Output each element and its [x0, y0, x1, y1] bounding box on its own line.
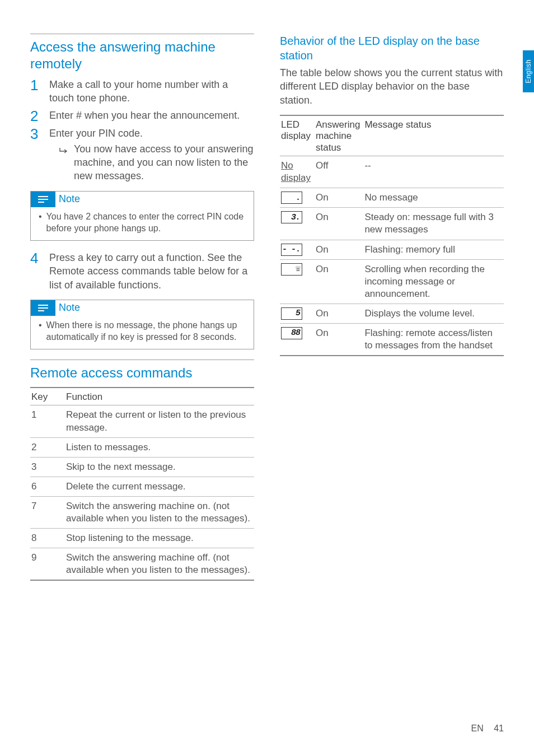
note-title: Note — [59, 302, 80, 314]
col-key: Key — [30, 388, 65, 405]
note-box-2: Note • When there is no message, the pho… — [30, 300, 254, 349]
access-steps-cont: 4 Press a key to carry out a function. S… — [30, 251, 254, 292]
substep: You now have access to your answering ma… — [49, 142, 254, 183]
col-function: Function — [65, 388, 254, 405]
note-header: Note — [31, 300, 254, 316]
cell-message: Displays the volume level. — [363, 304, 504, 323]
cell-message: Flashing: memory full — [363, 240, 504, 259]
cell-led: ☏ — [280, 259, 315, 304]
note-text: When there is no message, the phone hang… — [46, 319, 248, 343]
cell-message: Scrolling when recording the incoming me… — [363, 259, 504, 304]
remote-commands-table: Key Function 1Repeat the current or list… — [30, 387, 254, 581]
t: Enter — [49, 110, 76, 121]
hash-key: # — [76, 110, 82, 121]
cell-led: 88 — [280, 324, 315, 356]
right-column: Behavior of the LED display on the base … — [280, 34, 504, 581]
cell-function: Switch the answering machine off. (not a… — [65, 548, 254, 581]
cell-led: - -. — [280, 240, 315, 259]
step-4: 4 Press a key to carry out a function. S… — [30, 251, 254, 292]
cell-function: Listen to messages. — [65, 437, 254, 457]
col-status: Answering machine status — [315, 115, 363, 156]
cell-status: On — [315, 188, 363, 208]
cell-function: Skip to the next message. — [65, 457, 254, 477]
table-row: 7Switch the answering machine on. (not a… — [30, 496, 254, 528]
led-display-icon: 3. — [281, 211, 302, 223]
cell-key: 9 — [30, 548, 65, 581]
t: when you hear the announcement. — [82, 110, 240, 121]
access-steps: 1 Make a call to your home number with a… — [30, 78, 254, 183]
footer-lang: EN — [471, 724, 484, 733]
cell-function: Stop listening to the message. — [65, 529, 254, 548]
page-footer: EN 41 — [471, 724, 504, 734]
heading-access: Access the answering machine remotely — [30, 34, 254, 72]
table-row: ☏OnScrolling when recording the incoming… — [280, 259, 504, 304]
step-number: 2 — [30, 109, 41, 123]
table-row: - -.OnFlashing: memory full — [280, 240, 504, 259]
footer-page: 41 — [494, 724, 504, 733]
cell-message: Flashing: remote access/listen to messag… — [363, 324, 504, 356]
cell-status: On — [315, 208, 363, 240]
step-3: 3 Enter your PIN code. You now have acce… — [30, 127, 254, 183]
cell-message: -- — [363, 156, 504, 188]
cell-message: Steady on: message full with 3 new messa… — [363, 208, 504, 240]
table-row: 9Switch the answering machine off. (not … — [30, 548, 254, 581]
cell-key: 7 — [30, 496, 65, 528]
cell-status: On — [315, 259, 363, 304]
table-row: 2Listen to messages. — [30, 437, 254, 457]
table-row: 1Repeat the current or listen to the pre… — [30, 405, 254, 437]
result-arrow-icon — [59, 144, 68, 183]
step-2: 2 Enter # when you hear the announcement… — [30, 109, 254, 123]
cell-status: On — [315, 240, 363, 259]
note-header: Note — [31, 192, 254, 207]
table-row: 8Stop listening to the message. — [30, 529, 254, 548]
bullet-icon: • — [39, 319, 42, 343]
step-number: 3 — [30, 127, 41, 183]
table-header-row: LED display Answering machine status Mes… — [280, 115, 504, 156]
cell-key: 2 — [30, 437, 65, 457]
led-display-icon: - -. — [281, 244, 302, 256]
led-display-icon: . — [281, 192, 302, 204]
cell-function: Repeat the current or listen to the prev… — [65, 405, 254, 437]
step-number: 1 — [30, 78, 41, 105]
cell-led: 5 — [280, 304, 315, 323]
cell-status: On — [315, 324, 363, 356]
step-1: 1 Make a call to your home number with a… — [30, 78, 254, 105]
led-table: LED display Answering machine status Mes… — [280, 115, 504, 356]
page-content: Access the answering machine remotely 1 … — [0, 0, 534, 603]
table-header-row: Key Function — [30, 388, 254, 405]
cell-message: No message — [363, 188, 504, 208]
col-led: LED display — [280, 115, 315, 156]
step-body: Enter your PIN code. You now have access… — [49, 127, 254, 183]
substep-text: You now have access to your answering ma… — [74, 142, 254, 183]
cell-led: . — [280, 188, 315, 208]
note-title: Note — [59, 193, 80, 205]
note-body: • When there is no message, the phone ha… — [31, 316, 254, 349]
heading-remote: Remote access commands — [30, 360, 254, 381]
led-intro: The table below shows you the current st… — [280, 66, 504, 107]
table-row: 6Delete the current message. — [30, 477, 254, 496]
table-row: No displayOff-- — [280, 156, 504, 188]
cell-key: 1 — [30, 405, 65, 437]
table-row: .OnNo message — [280, 188, 504, 208]
step-text: Make a call to your home number with a t… — [49, 78, 254, 105]
cell-key: 6 — [30, 477, 65, 496]
note-icon — [31, 192, 55, 207]
note-box-1: Note • You have 2 chances to enter the c… — [30, 191, 254, 241]
left-column: Access the answering machine remotely 1 … — [30, 34, 254, 581]
note-icon — [31, 300, 55, 316]
step-text: Press a key to carry out a function. See… — [49, 251, 254, 292]
table-row: 88OnFlashing: remote access/listen to me… — [280, 324, 504, 356]
table-row: 3Skip to the next message. — [30, 457, 254, 477]
cell-key: 3 — [30, 457, 65, 477]
cell-function: Switch the answering machine on. (not av… — [65, 496, 254, 528]
note-text: You have 2 chances to enter the correct … — [46, 211, 248, 235]
cell-function: Delete the current message. — [65, 477, 254, 496]
language-tab: English — [523, 50, 534, 92]
step-number: 4 — [30, 251, 41, 292]
col-message: Message status — [363, 115, 504, 156]
note-body: • You have 2 chances to enter the correc… — [31, 207, 254, 240]
table-row: 3.OnSteady on: message full with 3 new m… — [280, 208, 504, 240]
cell-status: Off — [315, 156, 363, 188]
cell-led: No display — [280, 156, 315, 188]
heading-led: Behavior of the LED display on the base … — [280, 34, 504, 63]
